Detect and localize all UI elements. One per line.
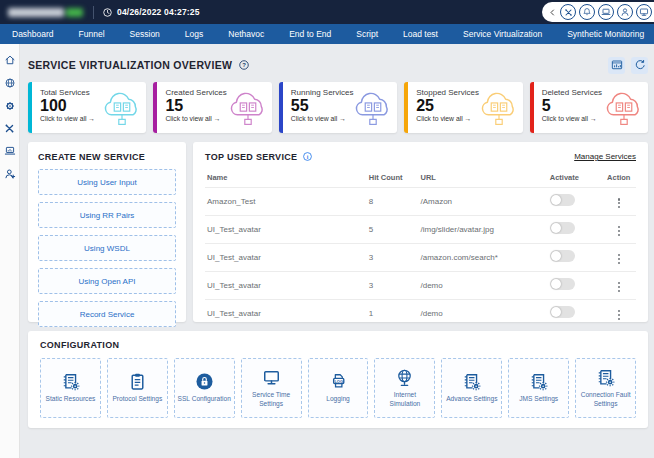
app-logo [8, 8, 83, 17]
globe-icon[interactable] [4, 77, 16, 89]
using-open-api-button[interactable]: Using Open API [38, 268, 176, 294]
table-row: UI_Test_avatar 3 /demo [205, 271, 636, 299]
tile-label: Connection Fault Settings [578, 391, 633, 407]
ssl-configuration-tile[interactable]: SSL Configuration [174, 358, 235, 418]
logging-tile[interactable]: Logging [308, 358, 369, 418]
nav-item-session[interactable]: Session [130, 29, 160, 39]
topbar-divider [93, 6, 94, 19]
laptop-chart-icon[interactable] [4, 145, 16, 157]
using-rr-pairs-button[interactable]: Using RR Pairs [38, 202, 176, 228]
stat-card-created-services[interactable]: Created Services 15 Click to view all → [153, 82, 271, 133]
monitor-icon[interactable] [636, 4, 652, 20]
service-time-settings-tile[interactable]: Service Time Settings [241, 358, 302, 418]
service-name: UI_Test_avatar [205, 243, 369, 271]
tile-label: JMS Settings [519, 395, 558, 403]
service-url: /amazon.com/search* [420, 243, 549, 271]
clipboard-icon [128, 372, 147, 391]
nav-item-script[interactable]: Script [356, 29, 378, 39]
monitor-icon [262, 368, 281, 387]
hit-count: 5 [369, 215, 421, 243]
nav-item-nethavoc[interactable]: Nethavoc [228, 29, 264, 39]
top-used-service-panel: TOP USED SERVICE Manage Services Name Hi… [193, 142, 648, 322]
table-row: UI_Test_avatar 3 /amazon.com/search* [205, 243, 636, 271]
jms-settings-tile[interactable]: JMS Settings [508, 358, 569, 418]
configuration-panel: CONFIGURATION Static Resources Protocol … [28, 331, 648, 428]
advance-settings-tile[interactable]: Advance Settings [441, 358, 502, 418]
activate-toggle[interactable] [550, 306, 575, 318]
chevron-left-icon[interactable] [548, 8, 557, 17]
log-printer-icon [329, 372, 348, 391]
service-name: UI_Test_avatar [205, 299, 369, 326]
home-icon[interactable] [4, 54, 16, 66]
info-icon[interactable] [302, 151, 313, 162]
tile-label: Logging [326, 395, 349, 403]
bell-icon[interactable] [579, 4, 595, 20]
tile-label: Service Time Settings [244, 391, 299, 407]
table-row: UI_Test_avatar 5 /img/slider/avatar.jpg [205, 215, 636, 243]
nav-item-load-test[interactable]: Load test [403, 29, 438, 39]
record-service-button[interactable]: Record Service [38, 301, 176, 327]
tile-label: SSL Configuration [178, 395, 231, 403]
stat-card-deleted-services[interactable]: Deleted Services 5 Click to view all → [530, 82, 648, 133]
doc-gear-icon [462, 372, 481, 391]
tools-icon[interactable] [560, 4, 576, 20]
create-new-service-panel: CREATE NEW SERVICE Using User Input Usin… [28, 142, 186, 322]
activate-toggle[interactable] [550, 250, 575, 262]
stat-card-running-services[interactable]: Running Services 55 Click to view all → [279, 82, 397, 133]
kebab-menu-icon[interactable] [614, 197, 624, 209]
doc-gear-icon [61, 372, 80, 391]
col-header-url: URL [420, 170, 549, 188]
service-url: /Amazon [420, 188, 549, 216]
datetime-text: 04/26/2022 04:27:25 [117, 7, 200, 17]
nav-item-end-to-end[interactable]: End to End [289, 29, 331, 39]
col-header-hit-count: Hit Count [369, 170, 421, 188]
user-add-icon[interactable] [4, 168, 16, 180]
table-row: UI_Test_avatar 1 /demo [205, 299, 636, 326]
kebab-menu-icon[interactable] [614, 281, 624, 293]
cloud-services-icon [352, 89, 394, 126]
cloud-services-icon [478, 89, 520, 126]
icon-sidebar [0, 44, 20, 458]
col-header-action: Action [602, 170, 637, 188]
activate-toggle[interactable] [550, 194, 575, 206]
manage-services-link[interactable]: Manage Services [574, 152, 636, 161]
stat-card-total-services[interactable]: Total Services 100 Click to view all → [28, 82, 146, 133]
nav-item-synthetic-monitoring[interactable]: Synthetic Monitoring [567, 29, 644, 39]
topbar-icon-tray [542, 2, 654, 22]
service-name: UI_Test_avatar [205, 215, 369, 243]
nav-item-funnel[interactable]: Funnel [79, 29, 105, 39]
tile-label: Advance Settings [446, 395, 497, 403]
nav-item-logs[interactable]: Logs [185, 29, 203, 39]
activate-toggle[interactable] [550, 222, 575, 234]
stat-card-stopped-services[interactable]: Stopped Services 25 Click to view all → [404, 82, 522, 133]
refresh-icon[interactable] [631, 57, 648, 74]
kebab-menu-icon[interactable] [614, 225, 624, 237]
kebab-menu-icon[interactable] [614, 309, 624, 321]
tile-label: Static Resources [46, 395, 96, 403]
cloud-services-icon [603, 89, 645, 126]
content-area: SERVICE VIRTUALIZATION OVERVIEW Total Se… [20, 44, 654, 458]
connection-fault-settings-tile[interactable]: Connection Fault Settings [575, 358, 636, 418]
activate-toggle[interactable] [550, 278, 575, 290]
protocol-settings-tile[interactable]: Protocol Settings [107, 358, 168, 418]
report-window-icon[interactable] [608, 57, 625, 74]
nav-item-dashboard[interactable]: Dashboard [12, 29, 54, 39]
lock-icon [195, 372, 214, 391]
using-wsdl-button[interactable]: Using WSDL [38, 235, 176, 261]
user-icon[interactable] [617, 4, 633, 20]
static-resources-tile[interactable]: Static Resources [40, 358, 101, 418]
help-icon[interactable] [238, 59, 250, 71]
top-used-title: TOP USED SERVICE [205, 152, 297, 162]
page-title: SERVICE VIRTUALIZATION OVERVIEW [28, 59, 232, 71]
internet-simulation-tile[interactable]: Internet Simulation [374, 358, 435, 418]
laptop-icon[interactable] [598, 4, 614, 20]
using-user-input-button[interactable]: Using User Input [38, 169, 176, 195]
gear-icon[interactable] [4, 100, 16, 112]
kebab-menu-icon[interactable] [614, 253, 624, 265]
tools-icon[interactable] [4, 123, 15, 134]
datetime-display: 04/26/2022 04:27:25 [102, 7, 200, 18]
stat-card-row: Total Services 100 Click to view all → C… [28, 82, 648, 133]
hit-count: 3 [369, 271, 421, 299]
internet-globe-icon [395, 368, 414, 387]
nav-item-service-virtualization[interactable]: Service Virtualization [463, 29, 542, 39]
